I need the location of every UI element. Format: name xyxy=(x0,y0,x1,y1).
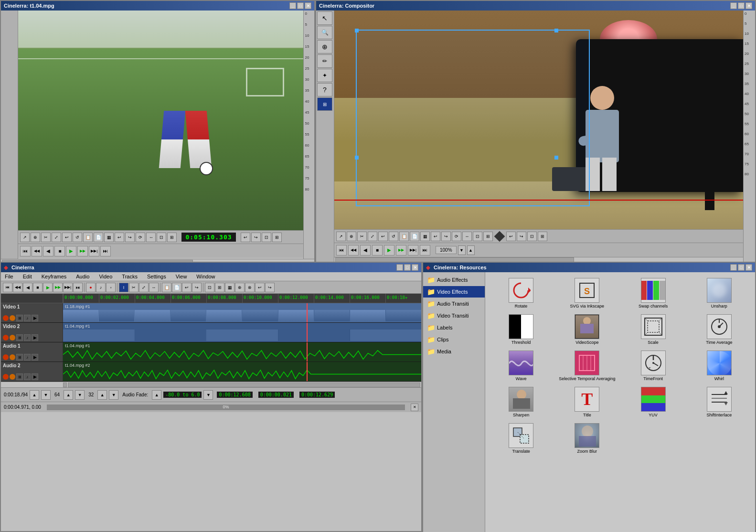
effect-shift[interactable]: ShiftInterlace xyxy=(687,385,751,419)
effect-videoscope[interactable]: VideoScope xyxy=(555,312,619,347)
menu-edit[interactable]: Edit xyxy=(21,273,34,280)
bottom-zoom-a-down[interactable]: ▼ xyxy=(109,390,118,400)
viewer-tool-10[interactable]: ↩ xyxy=(115,233,124,242)
effect-whirl[interactable]: Whirl xyxy=(687,349,751,383)
main-tb-more3[interactable]: ▦ xyxy=(225,283,234,292)
sidebar-clips[interactable]: 📁 Clips xyxy=(423,334,485,345)
compositor-selection-rect[interactable] xyxy=(356,30,590,206)
viewer-close-btn[interactable]: ✕ xyxy=(305,2,311,9)
comp-tb-13[interactable]: ↔ xyxy=(462,232,472,241)
effect-rotate[interactable]: Rotate xyxy=(489,276,553,310)
main-tb-rev[interactable]: ◀ xyxy=(23,283,32,292)
comp-tool-active[interactable]: ⊞ xyxy=(317,97,332,111)
menu-file[interactable]: File xyxy=(3,273,15,280)
track-a2-expand[interactable]: ⊞ xyxy=(16,373,23,380)
viewer-play-fast[interactable]: ▶▶ xyxy=(77,246,88,256)
track-content-video1[interactable]: t1.18.mpg #1 xyxy=(63,303,421,322)
main-close-btn[interactable]: ✕ xyxy=(412,264,418,271)
sidebar-media[interactable]: 📁 Media xyxy=(423,346,485,357)
viewer-maximize-btn[interactable]: □ xyxy=(297,2,304,9)
viewer-play[interactable]: ▶ xyxy=(66,246,76,256)
viewer-stop[interactable]: ■ xyxy=(54,246,65,256)
resources-close-btn[interactable]: ✕ xyxy=(745,264,752,271)
main-tb-redo[interactable]: ↪ xyxy=(192,283,202,292)
effect-title[interactable]: T Title xyxy=(555,385,619,419)
main-tb-stop[interactable]: ■ xyxy=(33,283,43,292)
comp-tb-11[interactable]: ↪ xyxy=(441,232,451,241)
comp-tb-2[interactable]: ⊕ xyxy=(347,232,356,241)
main-tb-rec[interactable]: ● xyxy=(86,283,96,292)
viewer-tool-1[interactable]: ↗ xyxy=(20,233,30,242)
track-a1-led1[interactable] xyxy=(3,354,9,360)
comp-skip-end[interactable]: ⏭ xyxy=(420,245,430,255)
comp-tool-arrow[interactable]: ↖ xyxy=(317,11,332,25)
effect-unsharp[interactable]: Unsharp xyxy=(687,276,751,310)
viewer-minimize-btn[interactable]: _ xyxy=(289,2,296,9)
menu-audio[interactable]: Audio xyxy=(74,273,91,280)
main-tb-prev[interactable]: ◀◀ xyxy=(13,283,22,292)
comp-tool-crosshair[interactable]: ⊕ xyxy=(317,40,332,53)
viewer-tool-14[interactable]: ⊡ xyxy=(157,233,166,242)
bottom-zoom-v-up[interactable]: ▲ xyxy=(64,390,73,400)
resources-maximize-btn[interactable]: □ xyxy=(738,264,745,271)
track-a1-arrow[interactable]: ▶ xyxy=(32,354,38,361)
effect-threshold[interactable]: Threshold xyxy=(489,312,553,347)
viewer-tool-6[interactable]: ↺ xyxy=(73,233,82,242)
comp-ff[interactable]: ▶▶ xyxy=(396,245,406,255)
main-tb-mode1[interactable]: I xyxy=(119,283,128,292)
resources-minimize-btn[interactable]: _ xyxy=(730,264,737,271)
effect-swap[interactable]: Swap channels xyxy=(621,276,685,310)
track-content-video2[interactable]: t1.04.mpg #1 xyxy=(63,323,421,342)
comp-play[interactable]: ▶ xyxy=(384,245,394,255)
comp-tb-8[interactable]: 📄 xyxy=(410,232,419,241)
track-a2-led2[interactable] xyxy=(10,374,15,380)
comp-tb-17[interactable]: ↪ xyxy=(517,232,526,241)
effect-zoomblur[interactable]: Zoom Blur xyxy=(555,421,619,456)
main-tb-aud[interactable]: ♪ xyxy=(96,283,106,292)
track-a2-arrow[interactable]: ▶ xyxy=(32,373,38,380)
main-tb-more1[interactable]: ⊡ xyxy=(205,283,214,292)
sidebar-video-effects[interactable]: 📁 Video Effects xyxy=(423,286,485,298)
comp-tool-zoom[interactable]: 🔍 xyxy=(317,26,332,39)
main-minimize-btn[interactable]: _ xyxy=(396,264,403,271)
main-tb-undo[interactable]: ↩ xyxy=(182,283,192,292)
viewer-prev-frame[interactable]: ◀◀ xyxy=(32,246,42,256)
comp-skip-start[interactable]: ⏮ xyxy=(336,245,347,255)
main-tb-play[interactable]: ▶ xyxy=(43,283,53,292)
viewer-tool-12[interactable]: ⟳ xyxy=(136,233,145,242)
main-tb-mode2[interactable]: ✂ xyxy=(129,283,138,292)
comp-tb-16[interactable]: ↩ xyxy=(506,232,516,241)
comp-tb-15[interactable]: ⊞ xyxy=(483,232,493,241)
comp-tb-12[interactable]: ⟳ xyxy=(452,232,461,241)
track-content-audio2[interactable]: t1.04.mpg #2 xyxy=(63,362,421,381)
compositor-maximize-btn[interactable]: □ xyxy=(738,2,745,9)
effect-timefront[interactable]: T TimeFront xyxy=(621,349,685,383)
comp-zoom-up[interactable]: ▲ xyxy=(467,245,475,255)
sidebar-labels[interactable]: 📁 Labels xyxy=(423,322,485,333)
menu-tracks[interactable]: Tracks xyxy=(120,273,139,280)
main-tb-paste[interactable]: 📄 xyxy=(172,283,181,292)
track-v1-arrow[interactable]: ▶ xyxy=(32,315,38,321)
effect-selective[interactable]: Selective Temporal Averaging xyxy=(555,349,619,383)
bottom-zoom-v-down[interactable]: ▼ xyxy=(75,390,85,400)
viewer-tool-16[interactable]: ↩ xyxy=(241,233,250,242)
bottom-zoom-a-up[interactable]: ▲ xyxy=(97,390,107,400)
viewer-tool-8[interactable]: 📄 xyxy=(94,233,103,242)
bottom-fade-up[interactable]: ▲ xyxy=(152,390,161,400)
menu-keyframes[interactable]: Keyframes xyxy=(40,273,69,280)
main-tb-more6[interactable]: ↩ xyxy=(255,283,265,292)
comp-tb-14[interactable]: ⊡ xyxy=(473,232,482,241)
comp-zoom-down[interactable]: ▼ xyxy=(458,245,466,255)
track-a2-led1[interactable] xyxy=(3,374,9,380)
main-tb-copy[interactable]: 📋 xyxy=(162,283,171,292)
viewer-tool-4[interactable]: ⤢ xyxy=(52,233,61,242)
track-v1-expand[interactable]: ⊞ xyxy=(16,315,23,321)
viewer-tool-2[interactable]: ⊕ xyxy=(31,233,40,242)
comp-tb-18[interactable]: ⊡ xyxy=(527,232,537,241)
effect-svg[interactable]: S SVG via Inkscape xyxy=(555,276,619,310)
main-tb-vid[interactable]: ▫ xyxy=(106,283,116,292)
track-a1-expand[interactable]: ⊞ xyxy=(16,354,23,361)
main-tb-mode3[interactable]: ⤢ xyxy=(139,283,149,292)
viewer-tool-11[interactable]: ↪ xyxy=(125,233,135,242)
comp-tool-edit[interactable]: ✏ xyxy=(317,54,332,68)
